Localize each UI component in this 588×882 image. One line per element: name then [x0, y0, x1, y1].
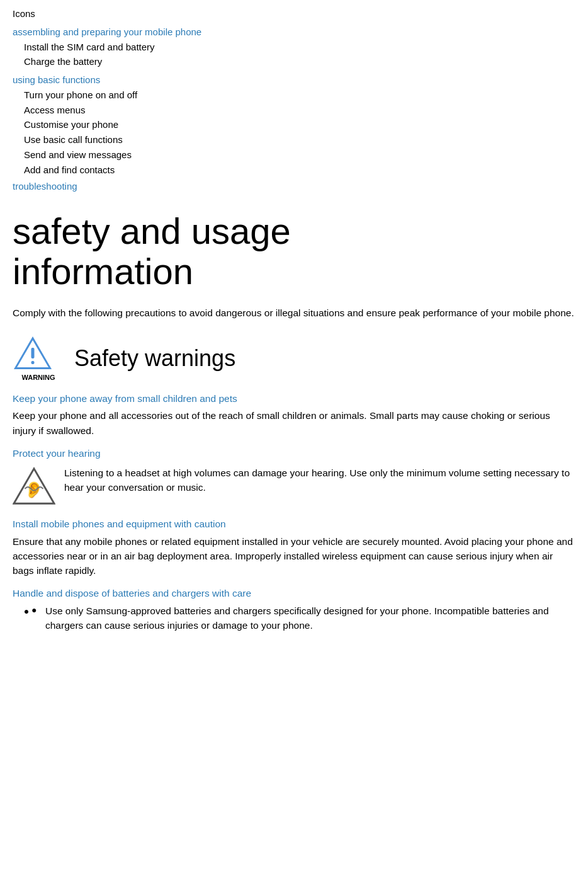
- toc-troubleshooting-link[interactable]: troubleshooting: [13, 180, 575, 193]
- svg-text:👂: 👂: [24, 480, 44, 500]
- toc-footer: troubleshooting: [13, 180, 575, 193]
- hearing-warning-icon: 👂: [13, 466, 55, 508]
- warning-item-children: Keep your phone away from small children…: [13, 392, 575, 438]
- svg-rect-5: [31, 361, 35, 364]
- warning-subheading-install: Install mobile phones and equipment with…: [13, 517, 575, 531]
- svg-rect-4: [31, 348, 35, 358]
- toc-item-turn-on-off[interactable]: Turn your phone on and off: [13, 88, 575, 103]
- warning-item-batteries: Handle and dispose of batteries and char…: [13, 587, 575, 633]
- warning-body-install: Ensure that any mobile phones or related…: [13, 534, 575, 578]
- warning-header: WARNING Safety warnings: [13, 334, 575, 383]
- toc-item-install-sim[interactable]: Install the SIM card and battery: [13, 40, 575, 55]
- hearing-icon-area: 👂 Listening to a headset at high volumes…: [13, 466, 575, 508]
- warning-item-hearing: Protect your hearing 👂 Listening to a he…: [13, 447, 575, 508]
- toc-section-basic-functions: using basic functions Turn your phone on…: [13, 73, 575, 177]
- batteries-bullet-list: Use only Samsung-approved batteries and …: [19, 604, 575, 633]
- toc-item-contacts[interactable]: Add and find contacts: [13, 163, 575, 178]
- warning-label-text: WARNING: [21, 373, 55, 383]
- warning-title-text: Safety warnings: [74, 342, 235, 375]
- warning-subheading-batteries: Handle and dispose of batteries and char…: [13, 587, 575, 600]
- main-heading: safety and usage information: [13, 211, 575, 292]
- warning-body-hearing: Listening to a headset at high volumes c…: [64, 466, 575, 495]
- warning-item-install: Install mobile phones and equipment with…: [13, 517, 575, 578]
- warning-subheading-hearing: Protect your hearing: [13, 447, 575, 461]
- toc-item-icons[interactable]: Icons: [13, 6, 575, 21]
- toc-root-items: Icons: [13, 6, 575, 21]
- warning-body-children: Keep your phone and all accessories out …: [13, 408, 575, 438]
- intro-paragraph: Comply with the following precautions to…: [13, 306, 575, 320]
- toc-item-messages[interactable]: Send and view messages: [13, 147, 575, 163]
- toc-item-charge-battery[interactable]: Charge the battery: [13, 54, 575, 69]
- toc-item-customise[interactable]: Customise your phone: [13, 117, 575, 132]
- warning-subheading-children: Keep your phone away from small children…: [13, 392, 575, 406]
- toc-section-assembling: assembling and preparing your mobile pho…: [13, 25, 575, 69]
- toc-item-call-functions[interactable]: Use basic call functions: [13, 132, 575, 147]
- warning-icon-wrapper: WARNING: [13, 334, 64, 383]
- toc-item-access-menus[interactable]: Access menus: [13, 103, 575, 118]
- toc-header-basic-functions[interactable]: using basic functions: [13, 73, 575, 87]
- warning-section: WARNING Safety warnings Keep your phone …: [13, 334, 575, 633]
- warning-triangle-icon: [13, 334, 53, 372]
- battery-bullet-item-0: Use only Samsung-approved batteries and …: [31, 604, 575, 633]
- toc-header-assembling[interactable]: assembling and preparing your mobile pho…: [13, 25, 575, 39]
